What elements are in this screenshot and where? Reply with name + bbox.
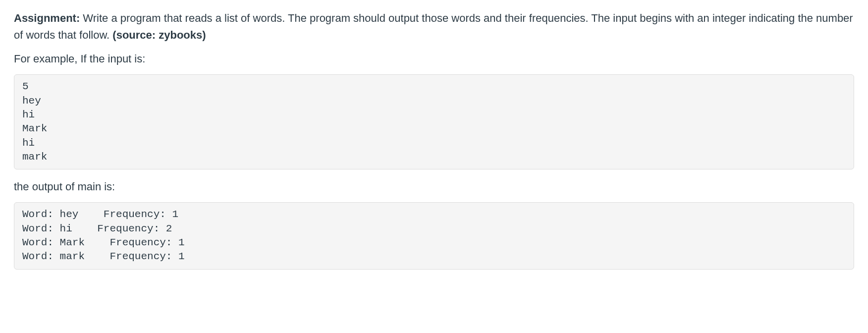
assignment-document: Assignment: Write a program that reads a… [0, 0, 868, 288]
output-intro: the output of main is: [14, 178, 854, 195]
example-intro: For example, If the input is: [14, 51, 854, 67]
input-code-block: 5 hey hi Mark hi mark [14, 74, 854, 169]
assignment-label: Assignment: [14, 12, 80, 24]
source-label: (source: zybooks) [112, 29, 206, 41]
output-code-block: Word: hey Frequency: 1 Word: hi Frequenc… [14, 202, 854, 269]
assignment-paragraph: Assignment: Write a program that reads a… [14, 10, 854, 44]
